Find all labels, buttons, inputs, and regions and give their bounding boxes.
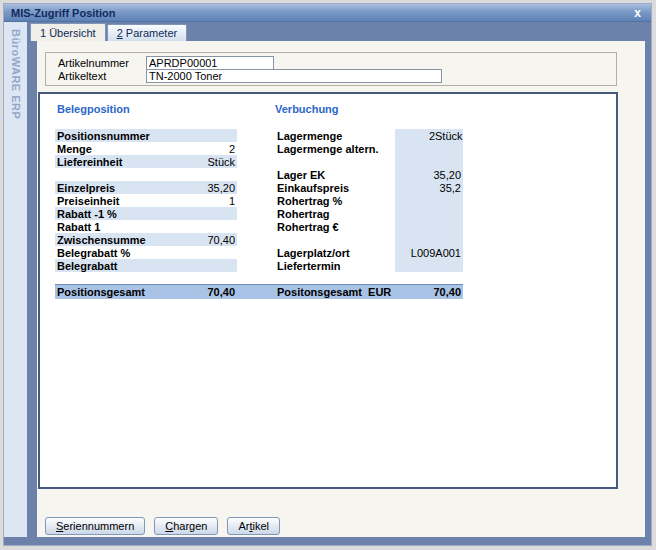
positionsgesamt-eur-value: 70,40 [433, 286, 461, 298]
row-value: L009A001 [411, 247, 461, 259]
right-value-cell: 2Stück [395, 129, 463, 142]
left-cell: Positionsnummer [55, 129, 237, 142]
position-row: Zwischensumme70,40 [55, 233, 616, 246]
left-cell: Einzelpreis35,20 [55, 181, 237, 194]
artikelnummer-row: Artikelnummer [58, 56, 616, 69]
right-value-cell: L009A001 [395, 246, 463, 259]
frame-body: Artikelnummer Artikeltext Belegposition [27, 41, 651, 537]
artikelnummer-input[interactable] [146, 56, 274, 70]
row-label: Liefertermin [275, 260, 395, 272]
window-body: BüroWARE ERP 1 Übersicht2 Parameter Arti… [4, 22, 651, 537]
row-value: 35,2 [440, 182, 461, 194]
row-label: Rohertrag [275, 208, 395, 220]
right-value-cell [395, 194, 463, 207]
right-value-cell [395, 233, 463, 246]
dialog-window: MIS-Zugriff Position x BüroWARE ERP 1 Üb… [4, 4, 651, 545]
left-cell: Menge2 [55, 142, 237, 155]
position-row: BelegrabattLiefertermin [55, 259, 616, 272]
left-cell: Preiseinheit1 [55, 194, 237, 207]
row-value: 1 [229, 195, 235, 207]
left-cell [55, 168, 237, 181]
row-label: Zwischensumme [57, 234, 146, 246]
left-cell: Belegrabatt % [55, 246, 237, 259]
row-value: 2 [229, 143, 235, 155]
row-value: Stück [207, 156, 235, 168]
row-label: Rohertrag € [275, 221, 395, 233]
row-value: 70,40 [207, 234, 235, 246]
position-panel: Belegposition Verbuchung Positionsnummer… [38, 92, 618, 489]
row-label: Liefereinheit [57, 156, 122, 168]
position-row: Rabatt 1Rohertrag € [55, 220, 616, 233]
row-label: Rabatt 1 [57, 221, 100, 233]
position-row: Preiseinheit1Rohertrag % [55, 194, 616, 207]
chargen-button[interactable]: Chargen [154, 517, 218, 535]
left-cell: Rabatt -1 % [55, 207, 237, 220]
belegposition-header: Belegposition [55, 103, 237, 117]
right-value-cell [395, 155, 463, 168]
row-value: 35,20 [207, 182, 235, 194]
row-label: Lager EK [275, 169, 395, 181]
right-value-cell: 35,2 [395, 181, 463, 194]
left-cell: Rabatt 1 [55, 220, 237, 233]
position-row: Einzelpreis35,20Einkaufspreis35,2 [55, 181, 616, 194]
position-row: Belegrabatt %Lagerplatz/ortL009A001 [55, 246, 616, 259]
position-rows: PositionsnummerLagermenge2StückMenge2Lag… [55, 129, 616, 272]
position-row: PositionsnummerLagermenge2Stück [55, 129, 616, 142]
row-label: Rabatt -1 % [57, 208, 117, 220]
right-value-cell [395, 207, 463, 220]
window-title: MIS-Zugriff Position [11, 7, 115, 19]
artikeltext-row: Artikeltext [58, 69, 616, 82]
row-label: Belegrabatt [57, 260, 118, 272]
row-label: Lagermenge altern. [275, 143, 395, 155]
row-label: Einzelpreis [57, 182, 115, 194]
left-cell: Zwischensumme70,40 [55, 233, 237, 246]
brand-label: BüroWARE ERP [10, 22, 22, 537]
brand-strip: BüroWARE ERP [4, 22, 27, 537]
row-label: Belegrabatt % [57, 247, 130, 259]
row-label: Lagermenge [275, 130, 395, 142]
row-label: Lagerplatz/ort [275, 247, 395, 259]
seriennummern-button[interactable]: Seriennummern [45, 517, 145, 535]
positionsgesamt-eur-label: Positonsgesamt EUR [277, 286, 391, 298]
artikelnummer-label: Artikelnummer [58, 57, 146, 69]
tab-uebersicht[interactable]: 1 Übersicht [30, 23, 106, 41]
position-row: LiefereinheitStück [55, 155, 616, 168]
positionsgesamt-value: 70,40 [207, 286, 235, 298]
right-value-cell: 35,20 [395, 168, 463, 181]
verbuchung-header: Verbuchung [275, 103, 339, 117]
tab-parameter[interactable]: 2 Parameter [107, 24, 188, 41]
position-row: Rabatt -1 %Rohertrag [55, 207, 616, 220]
close-icon[interactable]: x [631, 7, 644, 19]
left-cell: LiefereinheitStück [55, 155, 237, 168]
artikel-button[interactable]: Artikel [227, 517, 280, 535]
right-value-cell [395, 142, 463, 155]
row-unit: Stück [435, 130, 461, 142]
title-bar: MIS-Zugriff Position x [4, 4, 651, 22]
row-label: Menge [57, 143, 92, 155]
position-row: Menge2Lagermenge altern. [55, 142, 616, 155]
row-label: Einkaufspreis [275, 182, 395, 194]
right-value-cell [395, 259, 463, 272]
artikeltext-input[interactable] [146, 69, 442, 83]
row-label: Positionsnummer [57, 130, 150, 142]
right-value-cell [395, 220, 463, 233]
position-row: Lager EK35,20 [55, 168, 616, 181]
content-frame: 1 Übersicht2 Parameter Artikelnummer Art… [27, 22, 651, 537]
row-label: Rohertrag % [275, 195, 395, 207]
left-cell: Belegrabatt [55, 259, 237, 272]
artikeltext-label: Artikeltext [58, 70, 146, 82]
positionsgesamt-label: Positionsgesamt [57, 286, 145, 298]
row-value: 35,20 [433, 169, 461, 181]
row-label: Preiseinheit [57, 195, 119, 207]
column-headers: Belegposition Verbuchung [55, 103, 616, 117]
totals-row: Positionsgesamt 70,40 Positonsgesamt EUR… [55, 284, 463, 299]
article-fields-box: Artikelnummer Artikeltext [45, 52, 617, 86]
tab-bar: 1 Übersicht2 Parameter [27, 22, 651, 41]
action-buttons: SeriennummernChargenArtikel [45, 517, 645, 535]
tab-page-uebersicht: Artikelnummer Artikeltext Belegposition [37, 41, 645, 537]
